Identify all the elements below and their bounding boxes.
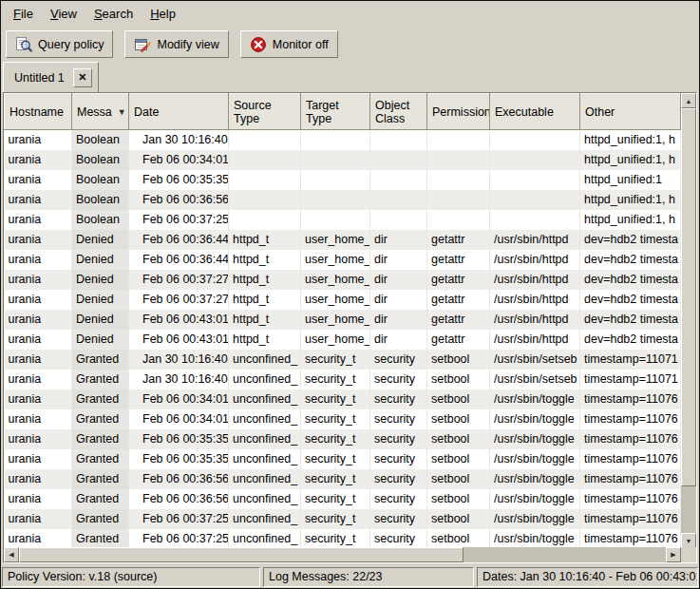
column-header-date[interactable]: Date [129,94,229,130]
table-row[interactable]: uraniaBooleanJan 30 10:16:40httpd_unifie… [5,130,681,151]
table-cell: Boolean [72,190,129,210]
table-cell: Feb 06 00:37:25 [129,529,229,548]
tab-untitled-1[interactable]: Untitled 1 ✕ [3,62,99,92]
table-row[interactable]: uraniaBooleanFeb 06 00:34:01httpd_unifie… [5,150,681,170]
table-cell: timestamp=11076 [580,409,681,429]
table-cell: user_home_ [301,310,370,330]
table-cell: httpd_unified:1, h [580,210,681,230]
table-row[interactable]: uraniaBooleanFeb 06 00:37:25httpd_unifie… [5,210,681,230]
modify-view-button[interactable]: Modify view [124,30,228,58]
table-cell: urania [5,370,72,390]
table-row[interactable]: uraniaDeniedFeb 06 00:36:44httpd_tuser_h… [5,230,681,250]
table-cell [490,170,580,190]
column-header-executable[interactable]: Executable [490,94,580,130]
table-cell: unconfined_ [229,469,301,489]
column-header-message[interactable]: Messa▼ [72,94,129,130]
table-cell: urania [5,170,72,190]
table-row[interactable]: uraniaGrantedJan 30 10:16:40unconfined_s… [5,350,681,370]
table-row[interactable]: uraniaBooleanFeb 06 00:35:35httpd_unifie… [5,170,681,190]
column-header-hostname[interactable]: Hostname [5,94,72,130]
column-header-other[interactable]: Other [580,94,681,130]
column-header-target-type[interactable]: Target Type [301,94,370,130]
column-label: Target Type [306,99,339,125]
table-cell: timestamp=11076 [580,449,681,469]
query-policy-button[interactable]: Query policy [6,30,113,58]
horizontal-scrollbar-thumb[interactable] [19,547,464,562]
table-row[interactable]: uraniaDeniedFeb 06 00:43:01httpd_tuser_h… [5,330,681,350]
scroll-right-button[interactable]: ▶ [666,547,681,562]
table-cell: Denied [72,330,129,350]
table-cell: getattr [427,310,490,330]
table-row[interactable]: uraniaGrantedFeb 06 00:34:01unconfined_s… [5,409,681,429]
scroll-up-button[interactable]: ▲ [681,93,696,108]
table-cell: urania [5,250,72,270]
statusbar: Policy Version: v.18 (source) Log Messag… [2,567,698,587]
table-cell: urania [5,270,72,290]
column-label: Object Class [375,99,409,125]
table-cell: httpd_t [229,290,301,310]
table-row[interactable]: uraniaGrantedFeb 06 00:35:35unconfined_s… [5,449,681,469]
table-row[interactable]: uraniaDeniedFeb 06 00:37:27httpd_tuser_h… [5,290,681,310]
table-cell [427,150,490,170]
table-cell: Denied [72,270,129,290]
table-cell: Boolean [72,170,129,190]
table-cell: Granted [72,390,129,409]
table-cell: Feb 06 00:37:27 [129,270,229,290]
table-cell: Feb 06 00:36:44 [129,250,229,270]
column-header-object-class[interactable]: Object Class [370,94,427,130]
table-cell: /usr/sbin/httpd [490,290,580,310]
column-header-permission[interactable]: Permission [427,94,490,130]
table-cell: unconfined_ [229,429,301,449]
table-cell: dev=hdb2 timesta [580,290,681,310]
table-cell: setbool [427,409,490,429]
column-label: Permission [432,105,490,119]
menu-search[interactable]: Search [85,3,142,25]
vertical-scrollbar[interactable]: ▲ ▼ [681,93,696,548]
table-cell: urania [5,310,72,330]
monitor-off-button[interactable]: Monitor off [240,30,338,58]
table-cell: Feb 06 00:36:44 [129,230,229,250]
table-cell: setbool [427,529,490,548]
table-cell: urania [5,330,72,350]
table-cell: timestamp=11076 [580,489,681,509]
table-cell: security_t [301,509,370,529]
table-row[interactable]: uraniaGrantedFeb 06 00:37:25unconfined_s… [5,509,681,529]
table-cell: security_t [301,449,370,469]
table-row[interactable]: uraniaBooleanFeb 06 00:36:56httpd_unifie… [5,190,681,210]
table-cell [490,130,580,151]
table-row[interactable]: uraniaDeniedFeb 06 00:36:44httpd_tuser_h… [5,250,681,270]
table-row[interactable]: uraniaGrantedFeb 06 00:35:35unconfined_s… [5,429,681,449]
table-cell: Granted [72,469,129,489]
table-row[interactable]: uraniaGrantedFeb 06 00:37:25unconfined_s… [5,529,681,548]
table-row[interactable]: uraniaDeniedFeb 06 00:37:27httpd_tuser_h… [5,270,681,290]
menu-help[interactable]: Help [142,3,184,25]
menu-view[interactable]: View [42,3,85,25]
table-cell: httpd_unified:1, h [580,190,681,210]
table-cell: security [370,350,427,370]
table-cell: urania [5,150,72,170]
table-row[interactable]: uraniaGrantedFeb 06 00:34:01unconfined_s… [5,390,681,409]
table-cell [427,170,490,190]
button-label: Modify view [157,38,218,51]
table-row[interactable]: uraniaGrantedJan 30 10:16:40unconfined_s… [5,370,681,390]
column-header-source-type[interactable]: Source Type [229,94,301,130]
vertical-scrollbar-thumb[interactable] [681,108,696,486]
table-cell: Feb 06 00:34:01 [129,390,229,409]
table-row[interactable]: uraniaDeniedFeb 06 00:43:01httpd_tuser_h… [5,310,681,330]
table-cell: Boolean [72,210,129,230]
table-cell: getattr [427,330,490,350]
table-row[interactable]: uraniaGrantedFeb 06 00:36:56unconfined_s… [5,489,681,509]
table-cell: dir [370,310,427,330]
menubar: File View Search Help [1,1,699,27]
menu-file[interactable]: File [5,3,42,25]
table-cell: /usr/sbin/toggle [490,529,580,548]
table-cell: Feb 06 00:37:25 [129,210,229,230]
seaudit-window: File View Search Help Query policy [0,0,700,589]
table-row[interactable]: uraniaGrantedFeb 06 00:36:56unconfined_s… [5,469,681,489]
horizontal-scrollbar[interactable]: ◀ ▶ [4,547,681,562]
table-cell: security [370,469,427,489]
scroll-left-button[interactable]: ◀ [4,547,19,562]
table-cell: security_t [301,469,370,489]
scroll-down-button[interactable]: ▼ [681,533,696,548]
tab-close-button[interactable]: ✕ [73,68,92,87]
